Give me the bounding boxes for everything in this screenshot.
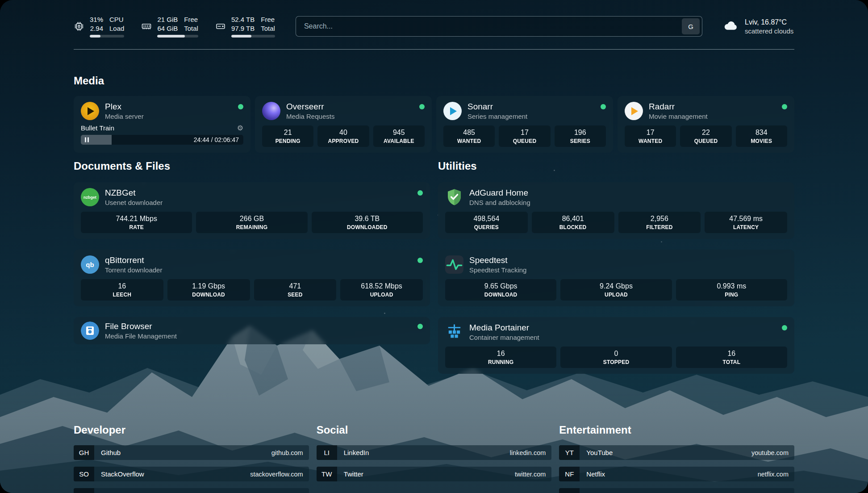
radarr-icon bbox=[625, 102, 643, 120]
service-card-qbittorrent[interactable]: qb qBittorrent Torrent downloader 16 LEE… bbox=[74, 250, 430, 306]
media-section: Plex Media server Bullet Train ⚙ 24:44 /… bbox=[74, 96, 794, 153]
online-status-dot bbox=[419, 104, 425, 109]
bookmark-youtube[interactable]: YT YouTube youtube.com bbox=[559, 445, 794, 460]
app-name: Speedtest bbox=[469, 255, 526, 265]
speedtest-pulse-icon bbox=[445, 255, 463, 274]
service-card-portainer[interactable]: Media Portainer Container management 16 … bbox=[438, 317, 794, 374]
bookmark-name: Twitter bbox=[337, 470, 363, 478]
service-card-radarr[interactable]: Radarr Movie management 17 WANTED 22 QUE… bbox=[618, 96, 794, 153]
bookmark-abbr: RE bbox=[559, 488, 580, 493]
hard-drive-icon bbox=[215, 21, 226, 32]
bookmark-netflix[interactable]: NF Netflix netflix.com bbox=[559, 467, 794, 481]
gear-icon[interactable]: ⚙ bbox=[237, 125, 243, 132]
bookmark-reddit[interactable]: RE Reddit reddit.com bbox=[559, 488, 794, 493]
service-card-speedtest[interactable]: Speedtest Speedtest Tracking 9.65 Gbps D… bbox=[438, 250, 794, 306]
cpu-progress-fill bbox=[90, 35, 100, 38]
disk-total-value: 97.9 TB bbox=[231, 24, 255, 33]
bookmark-url: netflix.com bbox=[758, 471, 794, 478]
service-card-filebrowser[interactable]: File Browser Media File Management bbox=[74, 317, 430, 344]
dashboard-content: 31% 2.94 CPU Load bbox=[74, 0, 794, 493]
stat-upload: 618.52 Mbps UPLOAD bbox=[340, 279, 423, 301]
search-input[interactable] bbox=[303, 22, 682, 31]
stat-rate: 744.21 Mbps RATE bbox=[81, 212, 192, 233]
stat-wanted: 485 WANTED bbox=[443, 125, 495, 147]
service-card-overseerr[interactable]: Overseerr Media Requests 21 PENDING 40 A… bbox=[255, 96, 432, 153]
cpu-usage-label: CPU bbox=[109, 15, 124, 24]
bookmark-abbr: LI bbox=[317, 445, 337, 460]
stat-series: 196 SERIES bbox=[555, 125, 606, 147]
memory-total-value: 64 GiB bbox=[157, 24, 178, 33]
disk-total-label: Total bbox=[261, 24, 275, 33]
bookmark-name: Github bbox=[94, 449, 121, 456]
bookmark-url: linkedin.com bbox=[510, 449, 552, 456]
stat-queries: 498,564 QUERIES bbox=[445, 212, 528, 233]
section-title-utilities: Utilities bbox=[438, 160, 794, 172]
topbar: 31% 2.94 CPU Load bbox=[74, 0, 794, 38]
bookmark-linkedin[interactable]: LI LinkedIn linkedin.com bbox=[317, 445, 552, 460]
bookmark-group-developer: Developer GH Github github.com SO StackO… bbox=[74, 399, 309, 493]
sonarr-icon bbox=[443, 102, 462, 120]
memory-progress-bar bbox=[157, 35, 198, 38]
section-title-developer: Developer bbox=[74, 424, 309, 436]
app-subtitle: DNS and adblocking bbox=[469, 199, 530, 206]
app-subtitle: Media File Management bbox=[105, 332, 177, 340]
stat-blocked: 86,401 BLOCKED bbox=[532, 212, 614, 233]
pause-icon[interactable] bbox=[85, 138, 89, 142]
bookmark-url: youtube.com bbox=[751, 449, 794, 456]
stat-available: 945 AVAILABLE bbox=[373, 125, 425, 147]
bookmark-abbr: YT bbox=[559, 445, 580, 460]
stat-downloaded: 39.6 TB DOWNLOADED bbox=[312, 212, 423, 233]
dashboard-screen: 31% 2.94 CPU Load bbox=[0, 0, 868, 493]
bookmark-name: LinkedIn bbox=[337, 449, 369, 456]
search-bar: G bbox=[296, 16, 702, 37]
search-engine-button[interactable]: G bbox=[682, 18, 700, 34]
section-title-media: Media bbox=[74, 75, 794, 87]
bookmark-url: stackoverflow.com bbox=[250, 471, 309, 478]
app-subtitle: Series management bbox=[467, 113, 527, 120]
weather-condition: scattered clouds bbox=[745, 27, 793, 35]
playback-progress-bar: 24:44 / 02:06:47 bbox=[81, 135, 243, 145]
online-status-dot bbox=[417, 258, 423, 263]
memory-total-label: Total bbox=[184, 24, 198, 33]
cpu-load-label: Load bbox=[109, 24, 124, 33]
filebrowser-icon bbox=[81, 322, 99, 340]
topbar-divider bbox=[74, 49, 794, 50]
stat-remaining: 266 GB REMAINING bbox=[196, 212, 307, 233]
bookmark-url: twitter.com bbox=[515, 471, 551, 478]
app-subtitle: Container management bbox=[469, 334, 539, 341]
stat-queued: 17 QUEUED bbox=[499, 125, 550, 147]
stat-upload: 9.24 Gbps UPLOAD bbox=[560, 279, 672, 301]
service-card-nzbget[interactable]: nzbget NZBGet Usenet downloader 744.21 M… bbox=[74, 182, 430, 239]
bookmark-abbr: DT bbox=[74, 488, 94, 493]
bookmark-name: StackOverflow bbox=[94, 470, 144, 478]
app-name: AdGuard Home bbox=[469, 188, 530, 198]
service-card-sonarr[interactable]: Sonarr Series management 485 WANTED 17 Q… bbox=[436, 96, 613, 153]
app-subtitle: Movie management bbox=[649, 113, 708, 120]
bookmark-group-social: Social LI LinkedIn linkedin.com TW Twitt… bbox=[317, 399, 552, 493]
bookmark-abbr: SO bbox=[74, 467, 94, 481]
stat-pending: 21 PENDING bbox=[262, 125, 313, 147]
stat-seed: 471 SEED bbox=[254, 279, 337, 301]
memory-free-value: 21 GiB bbox=[157, 15, 178, 24]
stat-latency: 47.569 ms LATENCY bbox=[705, 212, 787, 233]
cpu-progress-bar bbox=[90, 35, 124, 38]
app-name: File Browser bbox=[105, 322, 177, 331]
service-card-plex[interactable]: Plex Media server Bullet Train ⚙ 24:44 /… bbox=[74, 96, 250, 153]
bookmark-abbr: GH bbox=[74, 445, 94, 460]
app-subtitle: Media Requests bbox=[286, 113, 334, 120]
online-status-dot bbox=[601, 104, 606, 109]
bookmark-dev[interactable]: DT DEV dev.to bbox=[74, 488, 309, 493]
stat-total: 16 TOTAL bbox=[676, 347, 787, 368]
cpu-widget: 31% 2.94 CPU Load bbox=[74, 15, 124, 38]
service-card-adguard[interactable]: AdGuard Home DNS and adblocking 498,564 … bbox=[438, 182, 794, 239]
online-status-dot bbox=[238, 104, 243, 109]
utilities-section: Utilities AdGuard Home DNS and bbox=[438, 160, 794, 374]
plex-icon bbox=[81, 102, 99, 120]
cpu-chip-icon bbox=[74, 21, 84, 32]
bookmark-github[interactable]: GH Github github.com bbox=[74, 445, 309, 460]
overseerr-icon bbox=[262, 102, 280, 120]
bookmark-twitter[interactable]: TW Twitter twitter.com bbox=[317, 467, 552, 481]
bookmark-stackoverflow[interactable]: SO StackOverflow stackoverflow.com bbox=[74, 467, 309, 481]
app-name: NZBGet bbox=[105, 188, 163, 198]
disk-free-label: Free bbox=[261, 15, 275, 24]
